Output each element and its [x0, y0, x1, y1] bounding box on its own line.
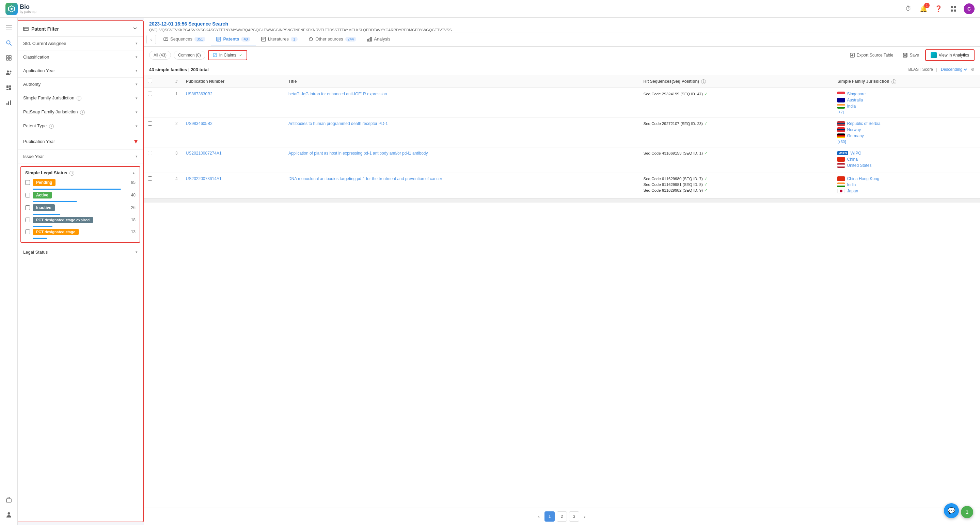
sfj-info-icon[interactable]: ℹ — [76, 96, 81, 101]
page-1-button[interactable]: 1 — [544, 511, 555, 522]
sidebar-search-icon[interactable] — [3, 37, 15, 49]
jur-link-4-in[interactable]: India — [847, 183, 856, 187]
filter-legal-status[interactable]: Legal Status ▾ — [18, 245, 143, 259]
sidebar-menu-icon[interactable] — [3, 22, 15, 34]
checkbox-inactive[interactable] — [25, 205, 30, 210]
more-link-1[interactable]: [+7] — [837, 110, 976, 114]
horizontal-scrollbar[interactable] — [144, 199, 980, 202]
title-link-4[interactable]: DNA monoclonal antibodies targeting pd-1… — [288, 177, 442, 181]
notification-icon[interactable]: 🔔 1 — [919, 4, 928, 14]
title-link-2[interactable]: Antibodies to human programmed death rec… — [288, 121, 388, 126]
sort-direction-select[interactable]: Descending Ascending — [939, 67, 968, 72]
sidebar-dashboard-icon[interactable] — [3, 82, 15, 94]
jur-link-2-rs[interactable]: Republic of Serbia — [847, 121, 880, 126]
pt-info-icon[interactable]: ℹ — [49, 124, 54, 129]
tab-analysis[interactable]: Analysis — [362, 32, 396, 46]
filter-collapse-icon[interactable] — [133, 26, 138, 32]
row4-pub-number: US20220073614A1 — [182, 173, 284, 199]
jur-item-2-rs: Republic of Serbia — [837, 121, 976, 126]
filter-patent-type[interactable]: Patent Type ℹ ▾ — [18, 119, 143, 133]
row1-checkbox[interactable] — [148, 92, 152, 96]
tab-patents[interactable]: Patents 43 — [211, 32, 255, 46]
pub-num-3[interactable]: US20210087274A1 — [186, 151, 222, 156]
tab-sequences[interactable]: Sequences 351 — [158, 32, 211, 46]
chevron-pfj: ▾ — [135, 110, 138, 115]
pub-num-4[interactable]: US20220073614A1 — [186, 177, 222, 181]
checkbox-pct-expired[interactable] — [25, 218, 30, 222]
jur-link-1-sg[interactable]: Singapore — [847, 92, 865, 96]
table-row: 1 US8673630B2 betaGI-IgG intron for enha… — [144, 88, 980, 118]
jur-link-2-de[interactable]: Germany — [847, 134, 864, 138]
checkbox-pending[interactable] — [25, 180, 30, 185]
pfj-info-icon[interactable]: ℹ — [80, 110, 85, 115]
logo[interactable]: Bio by patsnap — [5, 3, 37, 15]
pub-num-2[interactable]: US9834605B2 — [186, 121, 213, 126]
float-notification[interactable]: 1 — [961, 506, 973, 518]
filter-application-year[interactable]: Application Year ▾ — [18, 64, 143, 78]
title-link-1[interactable]: betaGI-IgG intron for enhanced anti-IGF1… — [288, 92, 387, 96]
row4-checkbox[interactable] — [148, 177, 152, 181]
row2-checkbox[interactable] — [148, 121, 152, 126]
export-button[interactable]: Export Source Table — [846, 51, 897, 59]
sidebar-filter-icon[interactable] — [3, 52, 15, 64]
jur-link-1-in[interactable]: India — [847, 104, 856, 108]
more-link-2[interactable]: [+30] — [837, 140, 976, 144]
chevron-legal-status[interactable]: ▲ — [132, 171, 135, 175]
seq-hit-4-3: Seq Code 611629982 (SEQ ID. 9) ✓ — [644, 188, 829, 193]
filter-simple-family-jurisdiction[interactable]: Simple Family Jurisdiction ℹ ▾ — [18, 91, 143, 105]
flag-us — [837, 163, 845, 168]
chat-button[interactable]: 💬 — [944, 503, 959, 518]
next-page-button[interactable]: › — [581, 512, 589, 520]
jur-link-1-au[interactable]: Australia — [847, 98, 863, 102]
filter-issue-year[interactable]: Issue Year ▾ — [18, 150, 143, 164]
filter-classification-label: Classification — [23, 54, 49, 60]
row3-jurisdictions: WIPO WIPO China United States — [833, 148, 980, 173]
chevron-assignee: ▾ — [135, 41, 138, 46]
bar-pending — [33, 189, 121, 189]
sidebar-person-icon[interactable] — [3, 509, 15, 521]
filter-publication-year[interactable]: Publication Year ▾ — [18, 133, 143, 150]
tab-other-sources[interactable]: Other sources 244 — [303, 32, 362, 46]
sidebar-chart-icon[interactable] — [3, 97, 15, 109]
pub-num-1[interactable]: US8673630B2 — [186, 92, 213, 96]
in-claims-button[interactable]: ☑ In Claims ✓ — [208, 50, 247, 60]
sidebar-box-icon[interactable] — [3, 494, 15, 506]
filter-assignee[interactable]: Std. Current Assignee ▾ — [18, 37, 143, 50]
chevron-issue-year: ▾ — [135, 154, 138, 159]
prev-page-button[interactable]: ‹ — [535, 512, 542, 520]
checkbox-pct-stage[interactable] — [25, 229, 30, 234]
row3-checkbox[interactable] — [148, 151, 152, 155]
jur-link-3-wipo[interactable]: WIPO — [850, 151, 861, 156]
filter-classification[interactable]: Classification ▾ — [18, 50, 143, 64]
filter-patsnap-family-jurisdiction[interactable]: PatSnap Family Jurisdiction ℹ ▾ — [18, 105, 143, 119]
filter-authority[interactable]: Authority ▾ — [18, 78, 143, 91]
all-filter-button[interactable]: All (43) — [149, 51, 171, 60]
tab-back-button[interactable]: ‹ — [146, 35, 156, 44]
page-2-button[interactable]: 2 — [557, 511, 567, 522]
sls-info-icon[interactable]: ℹ — [70, 171, 74, 176]
tab-literatures[interactable]: Literatures 1 — [256, 32, 304, 46]
checkbox-active[interactable] — [25, 193, 30, 197]
jur-link-3-cn[interactable]: China — [847, 157, 858, 162]
svg-rect-48 — [904, 53, 907, 55]
jur-item-4-hk: China Hong Kong — [837, 177, 976, 181]
help-icon[interactable]: ❓ — [934, 4, 943, 14]
select-all-checkbox[interactable] — [148, 79, 152, 83]
common-filter-button[interactable]: Common (0) — [173, 51, 205, 60]
save-button[interactable]: Save — [899, 51, 922, 59]
title-link-3[interactable]: Application of plant as host in expressi… — [288, 151, 428, 156]
settings-icon[interactable]: ⚙ — [971, 67, 975, 72]
page-3-button[interactable]: 3 — [569, 511, 579, 522]
jur-link-3-us[interactable]: United States — [847, 163, 871, 168]
jurisdiction-info-icon[interactable]: ℹ — [891, 80, 896, 84]
hit-seq-info-icon[interactable]: ℹ — [701, 80, 706, 84]
user-avatar[interactable]: C — [964, 3, 975, 14]
timer-icon[interactable]: ⏱ — [904, 4, 913, 14]
view-analytics-button[interactable]: View in Analytics — [925, 49, 975, 61]
status-item-pct-expired: PCT designated stage expired 18 — [25, 217, 135, 223]
sidebar-users-icon[interactable] — [3, 67, 15, 79]
jur-link-4-jp[interactable]: Japan — [847, 189, 858, 193]
grid-icon[interactable] — [949, 4, 958, 14]
jur-link-2-no[interactable]: Norway — [847, 127, 861, 132]
jur-link-4-hk[interactable]: China Hong Kong — [847, 177, 879, 181]
